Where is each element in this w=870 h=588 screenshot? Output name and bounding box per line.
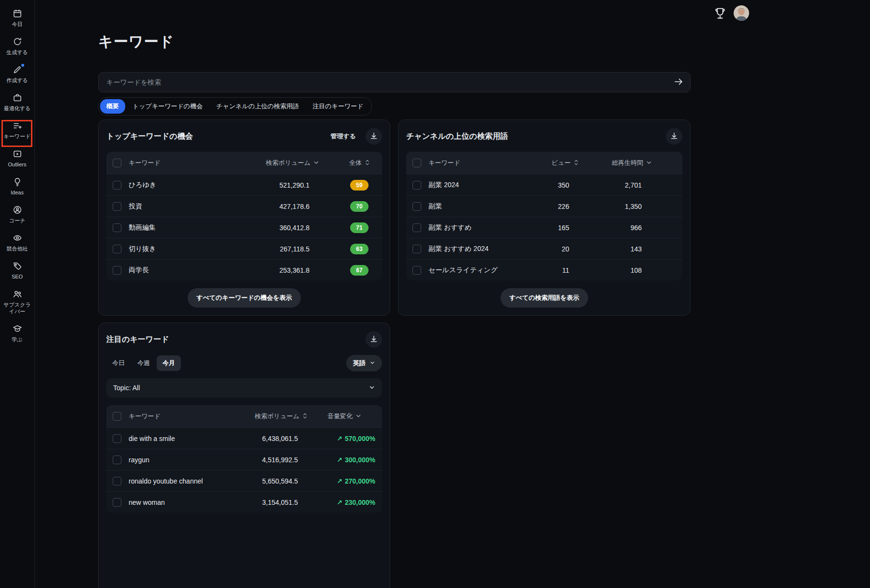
sidebar-item-keywords[interactable]: キーワード bbox=[0, 121, 34, 140]
table-row[interactable]: 動画編集 360,412.8 71 bbox=[106, 217, 382, 238]
column-header-volume-change[interactable]: 音量変化 bbox=[310, 412, 382, 421]
table-row[interactable]: new woman 3,154,051.5 ↗230,000% bbox=[106, 491, 382, 513]
tab-channel-top-search-terms[interactable]: チャンネルの上位の検索用語 bbox=[210, 99, 305, 114]
sidebar: 今日 生成する 作成する 最適化する キーワード Outliers bbox=[0, 0, 35, 588]
sidebar-item-competitors[interactable]: 競合他社 bbox=[0, 233, 34, 252]
trend-up-icon: ↗ bbox=[337, 477, 342, 485]
download-icon bbox=[670, 132, 678, 142]
trophy-button[interactable] bbox=[713, 6, 727, 21]
table-row[interactable]: 投資 427,178.6 70 bbox=[106, 195, 382, 217]
table-row[interactable]: 副業 おすすめ 165 966 bbox=[406, 217, 682, 238]
trend-up-icon: ↗ bbox=[337, 456, 342, 464]
sidebar-item-today[interactable]: 今日 bbox=[0, 9, 34, 28]
sidebar-item-label: 生成する bbox=[5, 49, 29, 56]
select-all-checkbox[interactable] bbox=[413, 159, 421, 167]
table-row[interactable]: セールスライティング 11 108 bbox=[406, 259, 682, 280]
sidebar-item-learn[interactable]: 学ぶ bbox=[0, 324, 34, 343]
select-all-checkbox[interactable] bbox=[113, 159, 121, 167]
sidebar-item-coach[interactable]: コーチ bbox=[0, 205, 34, 224]
period-tab-this-week[interactable]: 今週 bbox=[132, 355, 156, 371]
user-avatar[interactable] bbox=[734, 5, 749, 21]
table-row[interactable]: raygun 4,516,992.5 ↗300,000% bbox=[106, 449, 382, 470]
sidebar-item-seo[interactable]: SEO bbox=[0, 261, 34, 280]
keyword-search-bar bbox=[98, 72, 691, 92]
sort-icon bbox=[364, 159, 370, 167]
row-checkbox[interactable] bbox=[113, 223, 121, 232]
eye-icon bbox=[13, 233, 22, 243]
column-header-search-volume[interactable]: 検索ボリューム bbox=[227, 159, 324, 167]
table-row[interactable]: ひろゆき 521,290.1 59 bbox=[106, 174, 382, 195]
table-row[interactable]: 両学長 253,361.8 67 bbox=[106, 259, 382, 280]
table-row[interactable]: 副業 2024 350 2,701 bbox=[406, 174, 682, 195]
views-cell: 165 bbox=[499, 224, 581, 232]
watch-time-cell: 966 bbox=[581, 224, 682, 232]
sidebar-item-subscribers[interactable]: サブスクライバー bbox=[0, 289, 34, 315]
row-checkbox[interactable] bbox=[413, 223, 421, 232]
sidebar-item-optimize[interactable]: 最適化する bbox=[0, 93, 34, 112]
row-checkbox[interactable] bbox=[413, 181, 421, 190]
row-checkbox[interactable] bbox=[413, 266, 421, 275]
select-all-checkbox[interactable] bbox=[113, 412, 121, 421]
download-button[interactable] bbox=[366, 128, 382, 145]
language-dropdown[interactable]: 英語 bbox=[346, 355, 382, 371]
topic-dropdown[interactable]: Topic: All bbox=[106, 378, 382, 397]
sidebar-item-outliers[interactable]: Outliers bbox=[0, 149, 34, 168]
calendar-icon bbox=[13, 9, 22, 18]
table-row[interactable]: die with a smile 6,438,061.5 ↗570,000% bbox=[106, 427, 382, 449]
tag-icon bbox=[13, 261, 22, 271]
search-submit-button[interactable] bbox=[667, 77, 690, 88]
row-checkbox[interactable] bbox=[113, 434, 121, 443]
row-checkbox[interactable] bbox=[113, 266, 121, 275]
download-button[interactable] bbox=[666, 128, 682, 145]
period-tab-today[interactable]: 今日 bbox=[106, 355, 131, 371]
watch-time-cell: 1,350 bbox=[581, 203, 682, 210]
sidebar-item-label: 学ぶ bbox=[11, 336, 23, 343]
volume-change-cell: ↗230,000% bbox=[310, 499, 382, 506]
sidebar-item-label: 今日 bbox=[11, 21, 24, 28]
volume-cell: 3,154,051.5 bbox=[208, 499, 310, 506]
column-header-overall[interactable]: 全体 bbox=[324, 159, 382, 167]
download-button[interactable] bbox=[366, 331, 382, 348]
chevron-down-icon bbox=[355, 412, 362, 421]
tab-overview[interactable]: 概要 bbox=[100, 99, 125, 114]
sidebar-item-label: 最適化する bbox=[3, 105, 32, 112]
watch-time-cell: 143 bbox=[581, 245, 682, 253]
tab-top-keyword-opportunities[interactable]: トップキーワードの機会 bbox=[126, 99, 209, 114]
outliers-icon bbox=[13, 149, 22, 159]
keyword-cell: 投資 bbox=[129, 202, 227, 211]
sidebar-item-generate[interactable]: 生成する bbox=[0, 37, 34, 56]
row-checkbox[interactable] bbox=[113, 181, 121, 190]
table-row[interactable]: ronaldo youtube channel 5,650,594.5 ↗270… bbox=[106, 470, 382, 491]
table-header: キーワード 検索ボリューム 全体 bbox=[106, 152, 382, 174]
table-row[interactable]: 副業 おすすめ 2024 20 143 bbox=[406, 238, 682, 259]
tab-trending-keywords[interactable]: 注目のキーワード bbox=[306, 99, 369, 114]
column-header-search-volume[interactable]: 検索ボリューム bbox=[208, 412, 310, 421]
keyword-cell: 両学長 bbox=[129, 266, 227, 275]
manage-button[interactable]: 管理する bbox=[327, 132, 359, 141]
table-row[interactable]: 副業 226 1,350 bbox=[406, 195, 682, 217]
column-header-watch-time[interactable]: 総再生時間 bbox=[581, 159, 682, 167]
topic-dropdown-value: Topic: All bbox=[113, 384, 140, 392]
sidebar-item-ideas[interactable]: Ideas bbox=[0, 177, 34, 196]
period-tab-this-month[interactable]: 今月 bbox=[157, 355, 181, 371]
row-checkbox[interactable] bbox=[413, 245, 421, 253]
opportunities-table: キーワード 検索ボリューム 全体 ひろゆき 521,290.1 59 投資 bbox=[106, 152, 382, 280]
sidebar-item-create[interactable]: 作成する bbox=[0, 65, 34, 84]
card-trending-keywords: 注目のキーワード 今日 今週 今月 英語 Topic: All bbox=[98, 323, 390, 588]
sidebar-item-label: SEO bbox=[11, 273, 24, 280]
card-channel-top-search-terms: チャンネルの上位の検索用語 キーワード ビュー 総再生時間 bbox=[398, 119, 691, 316]
chevron-down-icon bbox=[313, 159, 320, 167]
show-all-search-terms-button[interactable]: すべての検索用語を表示 bbox=[501, 288, 588, 308]
row-checkbox[interactable] bbox=[413, 202, 421, 211]
column-header-views[interactable]: ビュー bbox=[499, 159, 581, 167]
show-all-opportunities-button[interactable]: すべてのキーワードの機会を表示 bbox=[188, 288, 301, 308]
row-checkbox[interactable] bbox=[113, 202, 121, 211]
chevron-down-icon bbox=[369, 384, 375, 392]
chevron-down-icon bbox=[646, 159, 652, 167]
table-row[interactable]: 切り抜き 267,118.5 63 bbox=[106, 238, 382, 259]
row-checkbox[interactable] bbox=[113, 498, 121, 507]
keyword-search-input[interactable] bbox=[99, 78, 667, 86]
row-checkbox[interactable] bbox=[113, 477, 121, 485]
row-checkbox[interactable] bbox=[113, 456, 121, 464]
row-checkbox[interactable] bbox=[113, 245, 121, 253]
